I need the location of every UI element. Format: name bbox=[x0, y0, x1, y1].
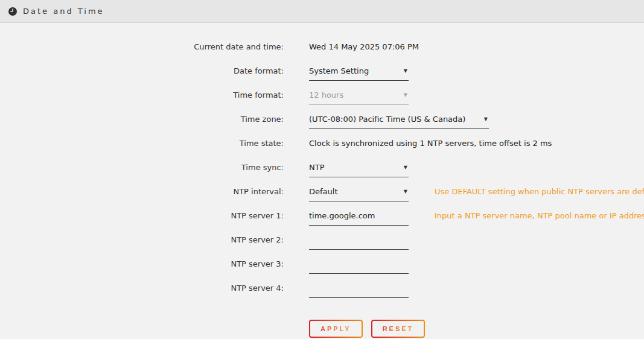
ntp-server-3-input[interactable] bbox=[309, 259, 409, 274]
ntp-server-4-input[interactable] bbox=[309, 283, 409, 298]
time-format-selected-value: 12 hours bbox=[309, 90, 343, 101]
time-zone-select[interactable]: (UTC-08:00) Pacific Time (US & Canada) ▼ bbox=[309, 114, 489, 129]
row-ntp-server-1: NTP server 1: Input a NTP server name, N… bbox=[0, 211, 644, 235]
chevron-down-icon: ▼ bbox=[404, 162, 407, 173]
time-zone-selected-value: (UTC-08:00) Pacific Time (US & Canada) bbox=[309, 114, 465, 125]
chevron-down-icon: ▼ bbox=[484, 114, 488, 125]
apply-button[interactable]: APPLY bbox=[309, 320, 363, 338]
chevron-down-icon: ▼ bbox=[404, 66, 407, 77]
row-time-state: Time state: Clock is synchronized using … bbox=[0, 138, 644, 162]
date-format-select[interactable]: System Setting ▼ bbox=[309, 66, 409, 81]
date-format-selected-value: System Setting bbox=[309, 66, 369, 77]
ntp-interval-select[interactable]: Default ▼ bbox=[309, 186, 409, 201]
ntp-server-2-input[interactable] bbox=[309, 235, 409, 250]
row-ntp-server-3: NTP server 3: bbox=[0, 259, 644, 283]
current-datetime-label: Current date and time: bbox=[0, 42, 284, 52]
reset-button[interactable]: RESET bbox=[371, 320, 426, 338]
time-sync-selected-value: NTP bbox=[309, 162, 325, 173]
ntp-server-1-input[interactable] bbox=[309, 211, 409, 226]
current-datetime-value: Wed 14 May 2025 07:06 PM bbox=[309, 42, 419, 52]
form-actions: APPLY RESET bbox=[309, 320, 644, 338]
row-date-format: Date format: System Setting ▼ bbox=[0, 66, 644, 90]
ntp-interval-hint: Use DEFAULT setting when public NTP serv… bbox=[435, 186, 644, 197]
ntp-server-2-label: NTP server 2: bbox=[0, 235, 284, 246]
apply-button-label: APPLY bbox=[320, 325, 351, 333]
page-title: Date and Time bbox=[23, 7, 104, 16]
section-header: Date and Time bbox=[0, 0, 644, 23]
ntp-server-3-label: NTP server 3: bbox=[0, 259, 284, 270]
row-time-zone: Time zone: (UTC-08:00) Pacific Time (US … bbox=[0, 114, 644, 138]
date-format-label: Date format: bbox=[0, 66, 284, 77]
clock-icon bbox=[8, 7, 18, 16]
date-time-form: Current date and time: Wed 14 May 2025 0… bbox=[0, 23, 644, 338]
row-time-format: Time format: 12 hours ▼ bbox=[0, 90, 644, 114]
chevron-down-icon: ▼ bbox=[404, 90, 407, 101]
time-zone-label: Time zone: bbox=[0, 114, 284, 125]
ntp-server-4-label: NTP server 4: bbox=[0, 283, 284, 294]
time-sync-select[interactable]: NTP ▼ bbox=[309, 162, 409, 177]
row-ntp-server-2: NTP server 2: bbox=[0, 235, 644, 259]
ntp-interval-label: NTP interval: bbox=[0, 186, 284, 197]
row-time-sync: Time sync: NTP ▼ bbox=[0, 162, 644, 186]
time-format-select: 12 hours ▼ bbox=[309, 90, 409, 105]
row-ntp-interval: NTP interval: Default ▼ Use DEFAULT sett… bbox=[0, 186, 644, 211]
row-ntp-server-4: NTP server 4: bbox=[0, 283, 644, 307]
time-format-label: Time format: bbox=[0, 90, 284, 101]
time-state-label: Time state: bbox=[0, 138, 284, 149]
row-current-datetime: Current date and time: Wed 14 May 2025 0… bbox=[0, 42, 644, 66]
chevron-down-icon: ▼ bbox=[404, 186, 407, 197]
reset-button-label: RESET bbox=[383, 325, 414, 333]
ntp-server-1-hint: Input a NTP server name, NTP pool name o… bbox=[435, 211, 644, 221]
time-state-value: Clock is synchronized using 1 NTP server… bbox=[309, 138, 552, 149]
ntp-server-1-label: NTP server 1: bbox=[0, 211, 284, 221]
time-sync-label: Time sync: bbox=[0, 162, 284, 173]
ntp-interval-selected-value: Default bbox=[309, 186, 338, 197]
